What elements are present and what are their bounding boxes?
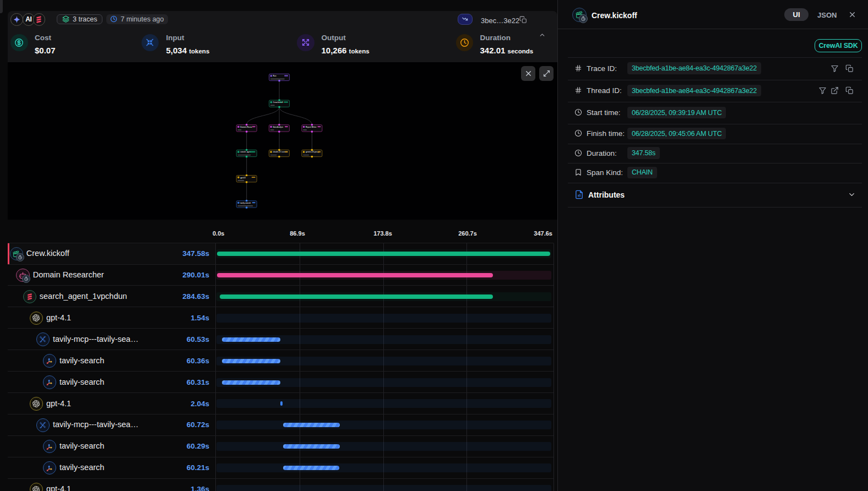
- svg-text:Data Analyst: Data Analyst: [273, 126, 283, 128]
- svg-text:gpt-4.1: gpt-4.1: [240, 177, 246, 179]
- svg-text:Domain Resea: Domain Resea: [240, 126, 252, 128]
- svg-text:Report Writer: Report Writer: [306, 126, 317, 128]
- svg-text:search_agen: search_agen: [240, 151, 251, 153]
- svg-text:Run: Run: [273, 75, 276, 77]
- svg-text:tavily-search: tavily-search: [240, 202, 251, 204]
